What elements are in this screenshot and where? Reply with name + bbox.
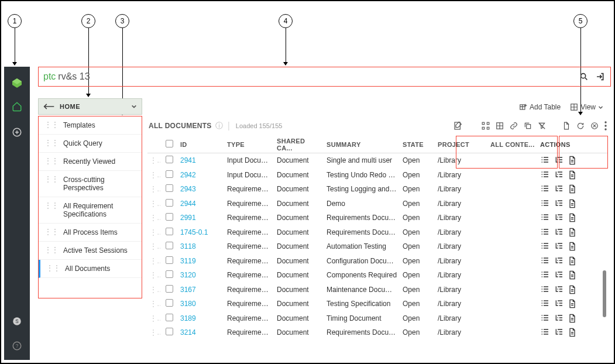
header-project[interactable]: PROJECT	[435, 141, 488, 148]
table-row[interactable]: ⋮⋮1745-0.1Requirement ...DocumentRequire…	[147, 225, 608, 240]
action-list-icon[interactable]	[540, 184, 549, 194]
row-id-link[interactable]: 3167	[180, 286, 196, 294]
row-checkbox[interactable]	[166, 199, 173, 207]
table-row[interactable]: ⋮⋮3118Requirement ...DocumentAutomation …	[147, 239, 608, 254]
action-list-icon[interactable]	[540, 228, 549, 237]
header-content[interactable]: ALL CONTE...	[488, 141, 538, 148]
row-checkbox[interactable]	[166, 170, 173, 178]
search-icon[interactable]	[578, 70, 590, 83]
row-checkbox[interactable]	[166, 314, 173, 321]
row-checkbox[interactable]	[166, 213, 173, 221]
table-row[interactable]: ⋮⋮3214Requirement ...DocumentRequirement…	[147, 325, 608, 340]
nav-item-all-process-items[interactable]: ⋮⋮All Process Items	[39, 224, 142, 242]
table-row[interactable]: ⋮⋮2941Input Docum...DocumentSingle and m…	[147, 153, 608, 168]
grid-icon[interactable]	[496, 121, 504, 131]
row-grip-icon[interactable]: ⋮⋮	[147, 314, 160, 322]
action-tree-icon[interactable]	[554, 299, 564, 308]
action-tree-icon[interactable]	[554, 199, 564, 208]
action-tree-icon[interactable]	[554, 242, 564, 251]
header-id[interactable]: ID	[178, 141, 225, 148]
row-id-link[interactable]: 2941	[180, 156, 196, 164]
row-grip-icon[interactable]: ⋮⋮	[147, 156, 160, 164]
table-row[interactable]: ⋮⋮2943Requirement ...DocumentTesting Log…	[147, 182, 608, 197]
action-list-icon[interactable]	[540, 213, 549, 222]
nav-item-recently-viewed[interactable]: ⋮⋮Recently Viewed	[39, 153, 142, 171]
row-grip-icon[interactable]: ⋮⋮	[147, 200, 160, 208]
row-grip-icon[interactable]: ⋮⋮	[147, 257, 160, 265]
new-doc-icon[interactable]	[562, 121, 571, 131]
nav-item-quick-query[interactable]: ⋮⋮Quick Query	[39, 135, 142, 153]
row-grip-icon[interactable]: ⋮⋮	[147, 185, 160, 193]
logout-icon[interactable]	[594, 70, 607, 83]
action-doc-icon[interactable]	[568, 328, 576, 337]
action-doc-icon[interactable]	[568, 299, 576, 308]
table-row[interactable]: ⋮⋮2944Requirement ...DocumentDemoOpen/Li…	[147, 197, 608, 211]
row-id-link[interactable]: 3214	[180, 328, 196, 336]
row-checkbox[interactable]	[166, 242, 173, 249]
table-row[interactable]: ⋮⋮3189Requirement ...DocumentTiming Docu…	[147, 311, 608, 326]
row-grip-icon[interactable]: ⋮⋮	[147, 214, 160, 222]
more-icon[interactable]	[604, 121, 607, 131]
action-doc-icon[interactable]	[568, 285, 576, 294]
table-row[interactable]: ⋮⋮3180Requirement ...DocumentTesting Spe…	[147, 297, 608, 311]
row-id-link[interactable]: 3120	[180, 271, 196, 279]
row-id-link[interactable]: 3119	[180, 257, 196, 265]
action-tree-icon[interactable]	[554, 213, 564, 222]
action-list-icon[interactable]	[540, 199, 549, 208]
row-id-link[interactable]: 3118	[180, 242, 196, 250]
row-id-link[interactable]: 1745-0.1	[180, 228, 208, 236]
action-list-icon[interactable]	[540, 170, 549, 180]
action-doc-icon[interactable]	[568, 184, 576, 194]
refresh-icon[interactable]	[576, 121, 585, 131]
row-id-link[interactable]: 3180	[180, 300, 196, 308]
action-tree-icon[interactable]	[554, 285, 564, 294]
table-row[interactable]: ⋮⋮2942Input Docum...DocumentTesting Undo…	[147, 168, 608, 183]
action-doc-icon[interactable]	[568, 170, 576, 180]
nav-item-templates[interactable]: ⋮⋮Templates	[39, 116, 142, 135]
help-icon[interactable]: ?	[9, 338, 25, 354]
action-list-icon[interactable]	[540, 299, 549, 308]
cancel-icon[interactable]	[590, 121, 599, 131]
action-doc-icon[interactable]	[568, 213, 576, 222]
row-grip-icon[interactable]: ⋮⋮	[147, 300, 160, 308]
table-row[interactable]: ⋮⋮3119Requirement ...DocumentConfigurati…	[147, 254, 608, 269]
action-list-icon[interactable]	[540, 242, 549, 251]
action-tree-icon[interactable]	[554, 270, 564, 280]
view-dropdown[interactable]: View	[570, 103, 603, 111]
table-row[interactable]: ⋮⋮3120Requirement ...DocumentComponents …	[147, 268, 608, 283]
row-grip-icon[interactable]: ⋮⋮	[147, 271, 160, 279]
action-list-icon[interactable]	[540, 314, 549, 323]
copy-icon[interactable]	[524, 121, 532, 131]
row-grip-icon[interactable]: ⋮⋮	[147, 286, 160, 294]
action-tree-icon[interactable]	[554, 256, 564, 266]
action-tree-icon[interactable]	[554, 184, 564, 194]
action-doc-icon[interactable]	[568, 199, 576, 208]
action-doc-icon[interactable]	[568, 314, 576, 323]
table-row[interactable]: ⋮⋮3167Requirement ...DocumentMaintenance…	[147, 283, 608, 297]
edit-icon[interactable]	[453, 121, 463, 131]
action-tree-icon[interactable]	[554, 228, 564, 237]
select-all-checkbox[interactable]	[166, 140, 173, 147]
row-id-link[interactable]: 3189	[180, 314, 196, 322]
header-state[interactable]: STATE	[400, 141, 435, 148]
add-icon[interactable]	[9, 124, 25, 140]
row-id-link[interactable]: 2943	[180, 185, 196, 193]
action-doc-icon[interactable]	[568, 242, 576, 251]
row-grip-icon[interactable]: ⋮⋮	[147, 242, 160, 250]
row-checkbox[interactable]	[166, 328, 173, 335]
nav-item-cross-cutting-perspectives[interactable]: ⋮⋮Cross-cutting Perspectives	[39, 171, 142, 197]
action-list-icon[interactable]	[540, 328, 549, 337]
action-tree-icon[interactable]	[554, 156, 564, 165]
action-tree-icon[interactable]	[554, 314, 564, 323]
back-icon[interactable]	[43, 103, 55, 110]
row-grip-icon[interactable]: ⋮⋮	[147, 328, 160, 336]
nav-item-all-requirement-specifications[interactable]: ⋮⋮All Requirement Specifications	[39, 197, 142, 224]
nav-item-all-documents[interactable]: ⋮⋮All Documents	[39, 260, 142, 278]
header-summary[interactable]: SUMMARY	[324, 141, 400, 148]
nav-item-active-test-sessions[interactable]: ⋮⋮Active Test Sessions	[39, 242, 142, 260]
row-checkbox[interactable]	[166, 285, 173, 293]
action-doc-icon[interactable]	[568, 156, 576, 165]
link-icon[interactable]	[510, 121, 518, 131]
row-checkbox[interactable]	[166, 184, 173, 192]
row-grip-icon[interactable]: ⋮⋮	[147, 171, 160, 179]
